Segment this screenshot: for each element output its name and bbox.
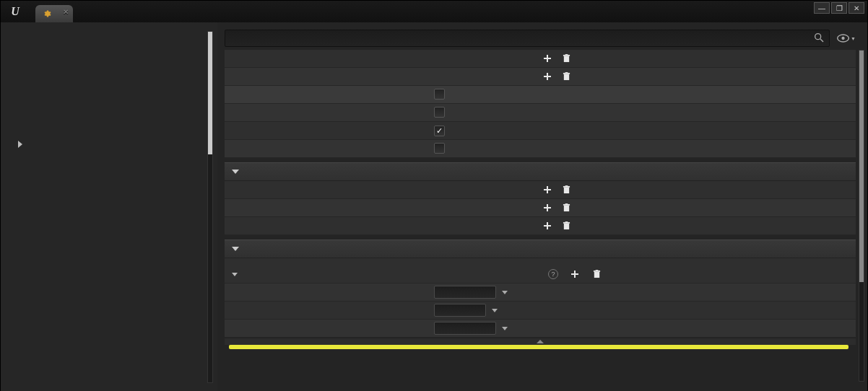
svg-point-3 [841,37,844,40]
search-box[interactable] [225,30,830,47]
svg-rect-5 [544,58,551,59]
chevron-down-icon [232,170,239,174]
section-header-redirects[interactable] [225,162,856,181]
trash-icon[interactable] [561,185,571,195]
close-icon[interactable]: ✕ [63,8,69,16]
trash-icon[interactable] [561,203,571,213]
svg-rect-21 [563,206,568,211]
array-element-row [225,302,856,320]
title-bar: U ✕ — ❐ ✕ [1,1,867,22]
tag-field[interactable] [434,322,496,335]
main-panel: ▼ [217,22,867,391]
window-maximize-button[interactable]: ❐ [831,2,847,14]
array-element-row [225,320,856,338]
property-row [225,50,856,68]
svg-rect-25 [544,225,551,227]
svg-rect-15 [544,189,551,190]
svg-rect-18 [565,185,568,186]
add-icon[interactable] [542,71,552,82]
property-row [225,199,856,217]
window-close-button[interactable]: ✕ [849,2,864,14]
tag-field[interactable] [434,286,496,299]
svg-rect-12 [563,73,569,74]
svg-rect-30 [571,273,578,275]
svg-rect-26 [563,224,568,229]
collapse-bar[interactable] [225,338,856,345]
main-scrollbar[interactable] [859,50,864,382]
trash-icon[interactable] [561,71,571,82]
svg-rect-27 [563,222,569,224]
checkbox[interactable] [434,107,445,118]
svg-rect-13 [565,72,568,73]
sidebar [1,22,217,391]
search-icon [813,32,826,45]
svg-rect-28 [565,221,568,222]
add-icon[interactable] [570,269,580,279]
svg-rect-23 [565,203,568,204]
add-icon[interactable] [542,221,552,231]
svg-rect-7 [563,55,569,56]
svg-rect-17 [563,186,569,188]
property-row [225,104,856,122]
property-row [225,68,856,86]
trash-icon[interactable] [561,53,571,63]
help-icon[interactable]: ? [548,269,558,279]
svg-rect-10 [544,76,551,77]
add-icon[interactable] [542,185,552,195]
expand-icon[interactable] [18,141,22,148]
property-row [225,122,856,140]
highlight-box [229,345,849,349]
trash-icon[interactable] [591,269,602,279]
search-input[interactable] [225,33,813,43]
sidebar-scrollbar[interactable] [207,31,213,383]
svg-rect-31 [594,272,599,278]
svg-rect-20 [544,207,551,208]
property-row-expandable[interactable]: ? [225,265,856,284]
chevron-up-icon [537,340,544,343]
section-header-asset-registry[interactable] [225,240,856,258]
trash-icon[interactable] [561,221,571,231]
chevron-down-icon [232,273,238,276]
view-options-button[interactable]: ▼ [837,31,856,45]
checkbox-checked[interactable] [434,126,445,136]
svg-rect-32 [593,271,599,272]
property-row [225,140,856,158]
svg-rect-8 [565,54,568,55]
dropdown-icon[interactable] [502,291,508,294]
dropdown-icon[interactable] [492,309,498,312]
tag-field[interactable] [434,304,486,317]
window-minimize-button[interactable]: — [814,2,830,14]
gear-icon [43,9,51,18]
add-icon[interactable] [542,53,552,63]
checkbox[interactable] [434,89,445,100]
svg-rect-11 [563,74,568,80]
svg-point-0 [815,34,821,40]
unreal-logo: U [1,1,30,22]
property-row [225,181,856,199]
chevron-down-icon [232,247,239,251]
svg-rect-22 [563,204,569,206]
property-row [225,86,856,104]
property-row [225,217,856,235]
add-icon[interactable] [542,203,552,213]
tab-project-settings[interactable]: ✕ [35,5,73,22]
array-element-row [225,284,856,302]
svg-rect-33 [595,270,598,271]
svg-line-1 [820,39,823,42]
svg-rect-16 [563,188,568,193]
checkbox[interactable] [434,143,445,154]
svg-rect-6 [563,56,568,62]
dropdown-icon[interactable] [502,327,508,330]
